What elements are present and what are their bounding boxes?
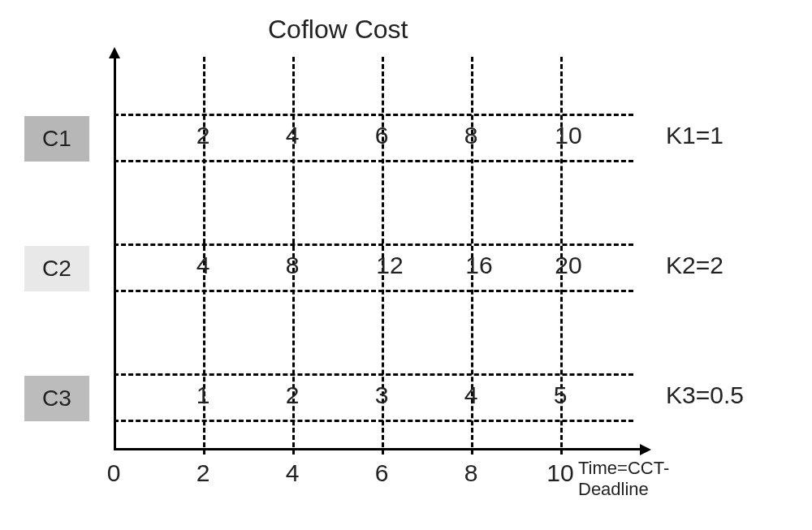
x-tick: 0 [107, 459, 121, 487]
cell: 4 [286, 122, 300, 149]
cell: 1 [197, 381, 210, 409]
x-tick: 2 [197, 459, 210, 487]
cell: 3 [375, 381, 389, 409]
x-tick: 4 [286, 459, 300, 487]
cell: 5 [554, 381, 568, 409]
cell: 8 [464, 122, 478, 149]
cell: 16 [465, 252, 492, 279]
cell: 10 [555, 122, 581, 149]
x-tick: 10 [546, 459, 573, 487]
cell: 20 [555, 252, 581, 279]
cell: 2 [286, 381, 300, 409]
x-axis-label: Time=CCT-Deadline [578, 458, 669, 500]
cell: 12 [376, 252, 403, 279]
cell: 6 [375, 122, 389, 149]
x-axis-arrow [640, 444, 651, 455]
row-label-c1: C1 [24, 116, 89, 162]
x-tick: 6 [375, 459, 389, 487]
cell: 8 [286, 252, 300, 279]
x-tick: 8 [464, 459, 478, 487]
cell: 4 [197, 252, 210, 279]
plot-area: 2 4 6 8 10 4 8 12 16 20 1 2 3 4 5 0 2 4 … [114, 57, 617, 479]
page-title: Coflow Cost [268, 15, 408, 45]
cell: 2 [197, 122, 210, 149]
row-label-c2: C2 [24, 246, 89, 291]
y-axis-arrow [109, 47, 120, 58]
k-label-c2: K2=2 [666, 252, 723, 279]
k-label-c1: K1=1 [666, 122, 723, 149]
k-label-c3: K3=0.5 [666, 381, 744, 409]
cell: 4 [464, 381, 478, 409]
row-label-c3: C3 [24, 376, 89, 421]
